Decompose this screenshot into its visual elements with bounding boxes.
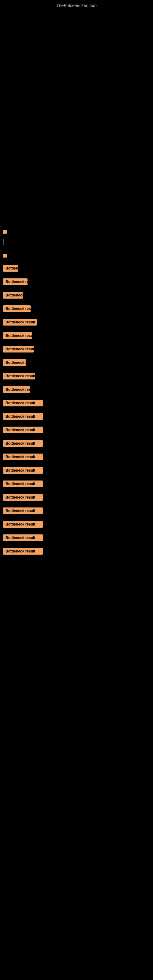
bottleneck-result-badge-18: Bottleneck result bbox=[3, 494, 43, 501]
indicator-row-1 bbox=[3, 230, 150, 234]
result-item-11: Bottleneck result bbox=[3, 400, 150, 406]
result-item-5: Bottleneck result bbox=[3, 319, 150, 326]
result-item-12: Bottleneck result bbox=[3, 413, 150, 420]
vertical-bar-icon bbox=[3, 239, 4, 245]
result-item-9: Bottleneck result bbox=[3, 373, 150, 379]
result-item-8: Bottleneck result bbox=[3, 359, 150, 366]
black-background-section bbox=[0, 10, 153, 224]
bottleneck-result-badge-11: Bottleneck result bbox=[3, 400, 43, 406]
result-item-1: Bottleneck result bbox=[3, 265, 150, 272]
bottleneck-result-badge-7: Bottleneck result bbox=[3, 346, 33, 353]
bottleneck-result-badge-13: Bottleneck result bbox=[3, 426, 43, 433]
result-item-20: Bottleneck result bbox=[3, 521, 150, 528]
result-item-17: Bottleneck result bbox=[3, 480, 150, 487]
bottleneck-result-badge-22: Bottleneck result bbox=[3, 548, 43, 555]
orange-dot-icon-1 bbox=[3, 230, 7, 234]
bottleneck-result-badge-17: Bottleneck result bbox=[3, 480, 43, 487]
bottleneck-result-badge-4: Bottleneck result bbox=[3, 305, 30, 312]
result-item-19: Bottleneck result bbox=[3, 508, 150, 514]
result-item-18: Bottleneck result bbox=[3, 494, 150, 501]
bottleneck-result-badge-10: Bottleneck result bbox=[3, 386, 30, 393]
result-item-7: Bottleneck result bbox=[3, 346, 150, 353]
bottleneck-result-badge-2: Bottleneck result bbox=[3, 278, 27, 285]
bottleneck-result-badge-5: Bottleneck result bbox=[3, 319, 37, 326]
result-item-3: Bottleneck result bbox=[3, 292, 150, 299]
site-title: TheBottlenecker.com bbox=[0, 0, 153, 10]
bottleneck-result-badge-1: Bottleneck result bbox=[3, 265, 18, 272]
result-item-2: Bottleneck result bbox=[3, 278, 150, 285]
result-item-6: Bottleneck result bbox=[3, 332, 150, 339]
bottleneck-result-badge-14: Bottleneck result bbox=[3, 440, 43, 447]
indicator-row-2 bbox=[3, 239, 150, 245]
indicator-row-3 bbox=[3, 254, 150, 258]
bottleneck-result-badge-3: Bottleneck result bbox=[3, 292, 23, 299]
bottleneck-result-badge-21: Bottleneck result bbox=[3, 535, 43, 541]
result-item-22: Bottleneck result bbox=[3, 548, 150, 555]
result-item-10: Bottleneck result bbox=[3, 386, 150, 393]
bottleneck-result-badge-16: Bottleneck result bbox=[3, 467, 43, 474]
results-section: Bottleneck result Bottleneck result Bott… bbox=[0, 224, 153, 562]
bottleneck-result-badge-15: Bottleneck result bbox=[3, 453, 43, 460]
bottleneck-result-badge-20: Bottleneck result bbox=[3, 521, 43, 528]
result-item-15: Bottleneck result bbox=[3, 453, 150, 460]
result-item-16: Bottleneck result bbox=[3, 467, 150, 474]
bottleneck-result-badge-9: Bottleneck result bbox=[3, 373, 35, 379]
orange-dot-icon-2 bbox=[3, 254, 7, 258]
bottleneck-result-badge-8: Bottleneck result bbox=[3, 359, 26, 366]
bottleneck-result-badge-19: Bottleneck result bbox=[3, 508, 43, 514]
bottleneck-result-badge-12: Bottleneck result bbox=[3, 413, 43, 420]
result-item-4: Bottleneck result bbox=[3, 305, 150, 312]
result-item-14: Bottleneck result bbox=[3, 440, 150, 447]
bottleneck-result-badge-6: Bottleneck result bbox=[3, 332, 32, 339]
result-item-21: Bottleneck result bbox=[3, 535, 150, 541]
result-item-13: Bottleneck result bbox=[3, 426, 150, 433]
